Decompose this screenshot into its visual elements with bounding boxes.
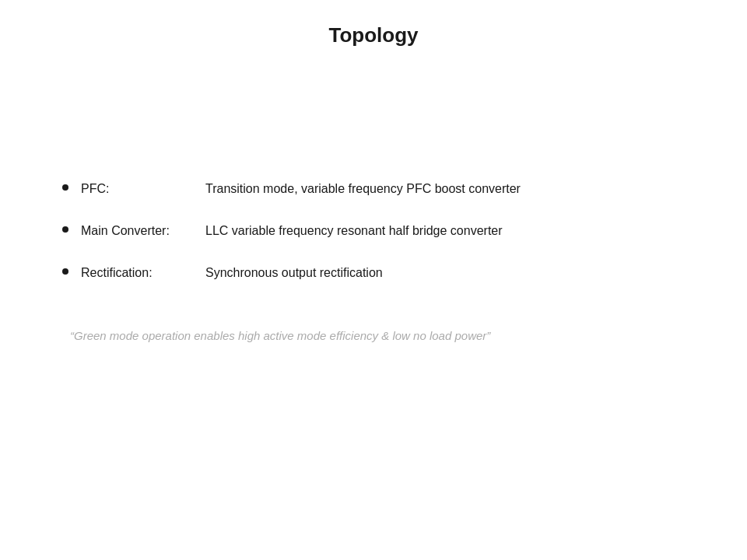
bullet-item-main-converter: Main Converter: LLC variable frequency r…	[62, 222, 700, 240]
bullet-dot-pfc	[62, 184, 68, 191]
bullet-value-main-converter: LLC variable frequency resonant half bri…	[205, 222, 503, 240]
bullet-item-rectification: Rectification: Synchronous output rectif…	[62, 264, 700, 282]
bullet-value-pfc: Transition mode, variable frequency PFC …	[205, 180, 521, 198]
bullet-dot-main-converter	[62, 226, 68, 233]
bullet-label-rectification: Rectification:	[81, 264, 205, 282]
bullet-label-pfc: PFC:	[81, 180, 205, 198]
page-container: Topology PFC: Transition mode, variable …	[0, 0, 747, 560]
bullet-value-rectification: Synchronous output rectification	[205, 264, 383, 282]
quote-text: “Green mode operation enables high activ…	[62, 329, 700, 342]
bullet-dot-rectification	[62, 268, 68, 275]
content-area: PFC: Transition mode, variable frequency…	[47, 180, 700, 342]
bullet-item-pfc: PFC: Transition mode, variable frequency…	[62, 180, 700, 198]
bullet-list: PFC: Transition mode, variable frequency…	[62, 180, 700, 282]
bullet-label-main-converter: Main Converter:	[81, 222, 205, 240]
page-title: Topology	[47, 23, 700, 55]
